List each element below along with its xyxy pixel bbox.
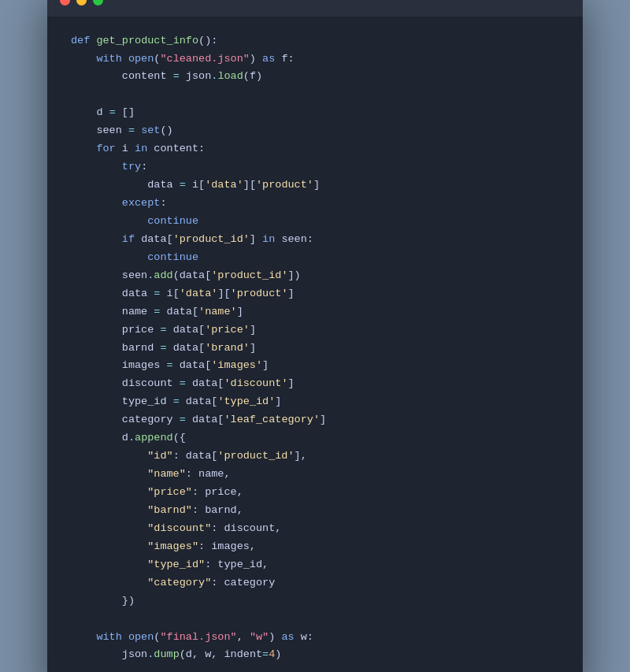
line-1: def get_product_info():	[71, 32, 559, 50]
titlebar	[47, 0, 583, 17]
line-14: seen.add(data['product_id'])	[71, 267, 559, 285]
line-12: if data['product_id'] in seen:	[71, 231, 559, 249]
line-33	[71, 611, 559, 629]
line-6: seen = set()	[71, 122, 559, 140]
line-13: continue	[71, 249, 559, 267]
line-18: barnd = data['brand']	[71, 340, 559, 358]
code-editor: def get_product_info(): with open("clean…	[47, 17, 583, 672]
line-23: d.append({	[71, 429, 559, 447]
line-8: try:	[71, 158, 559, 176]
close-button[interactable]	[60, 0, 70, 6]
line-28: "discount": discount,	[71, 520, 559, 538]
line-32: })	[71, 592, 559, 611]
line-16: name = data['name']	[71, 303, 559, 321]
line-10: except:	[71, 195, 559, 213]
line-35: json.dump(d, w, indent=4)	[71, 646, 559, 664]
line-27: "barnd": barnd,	[71, 502, 559, 520]
line-11: continue	[71, 213, 559, 231]
line-17: price = data['price']	[71, 321, 559, 340]
line-25: "name": name,	[71, 466, 559, 484]
line-30: "type_id": type_id,	[71, 556, 559, 574]
maximize-button[interactable]	[93, 0, 103, 6]
line-7: for i in content:	[71, 140, 559, 158]
line-24: "id": data['product_id'],	[71, 447, 559, 466]
line-3: content = json.load(f)	[71, 68, 559, 86]
line-9: data = i['data']['product']	[71, 176, 559, 195]
line-21: type_id = data['type_id']	[71, 393, 559, 411]
line-4	[71, 86, 559, 104]
line-26: "price": price,	[71, 484, 559, 502]
line-29: "images": images,	[71, 538, 559, 556]
line-22: category = data['leaf_category']	[71, 411, 559, 429]
line-31: "category": category	[71, 574, 559, 592]
minimize-button[interactable]	[76, 0, 87, 6]
line-15: data = i['data']['product']	[71, 285, 559, 303]
code-window: def get_product_info(): with open("clean…	[47, 0, 583, 672]
line-19: images = data['images']	[71, 357, 559, 375]
line-5: d = []	[71, 104, 559, 122]
line-20: discount = data['discount']	[71, 375, 559, 393]
line-2: with open("cleaned.json") as f:	[71, 50, 559, 69]
line-34: with open("final.json", "w") as w:	[71, 629, 559, 647]
